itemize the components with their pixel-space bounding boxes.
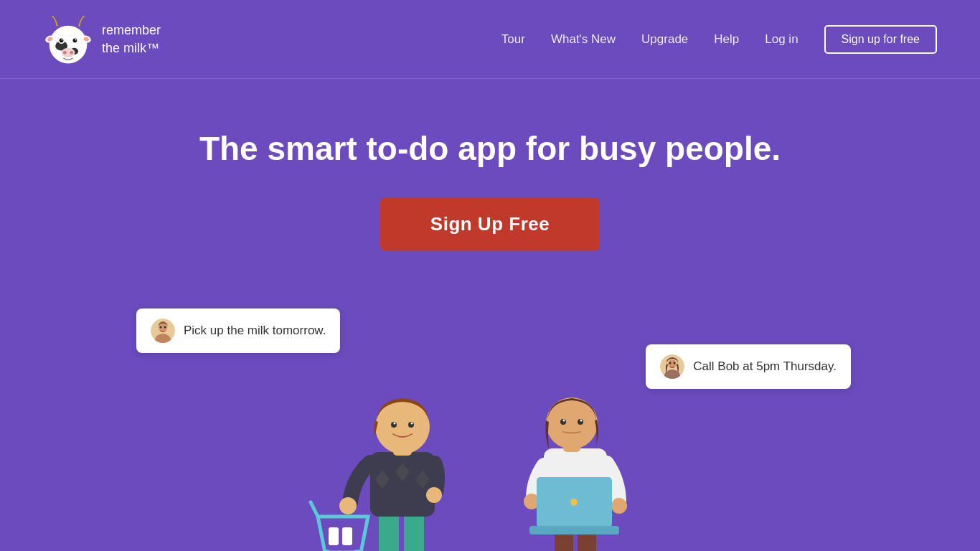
svg-point-55	[563, 420, 565, 422]
task-bubble-left: Pick up the milk tomorrow.	[136, 309, 340, 353]
characters-illustration	[239, 352, 741, 551]
nav-tour[interactable]: Tour	[501, 32, 525, 47]
logo[interactable]: remember the milk™	[43, 11, 161, 68]
svg-point-56	[580, 420, 583, 422]
svg-rect-42	[329, 527, 339, 545]
svg-point-41	[426, 487, 442, 503]
illustration-area: Pick up the milk tomorrow. Call Bob at 5…	[0, 309, 980, 551]
nav-upgrade[interactable]: Upgrade	[641, 32, 688, 47]
svg-point-17	[159, 324, 167, 332]
logo-text: remember the milk™	[102, 22, 161, 57]
hero-section: The smart to-do app for busy people. Sig…	[0, 79, 980, 551]
main-nav: Tour What's New Upgrade Help Log in Sign…	[501, 25, 937, 54]
svg-point-19	[160, 326, 162, 329]
nav-whats-new[interactable]: What's New	[551, 32, 616, 47]
svg-rect-43	[342, 527, 352, 545]
svg-point-38	[394, 423, 396, 425]
signup-free-button[interactable]: Sign Up Free	[380, 197, 600, 251]
nav-login[interactable]: Log in	[765, 32, 798, 47]
svg-point-12	[75, 39, 76, 40]
nav-help[interactable]: Help	[714, 32, 739, 47]
svg-rect-60	[529, 526, 619, 534]
svg-point-14	[63, 51, 67, 55]
svg-point-39	[411, 423, 413, 425]
svg-point-11	[62, 39, 63, 40]
svg-point-57	[611, 498, 627, 514]
svg-point-0	[50, 25, 88, 63]
svg-point-15	[70, 51, 73, 55]
svg-point-9	[60, 38, 64, 42]
header: remember the milk™ Tour What's New Upgra…	[0, 0, 980, 79]
male-avatar-icon	[151, 319, 175, 343]
svg-point-10	[73, 38, 77, 42]
svg-point-61	[570, 499, 578, 506]
svg-point-40	[339, 497, 357, 514]
hero-title: The smart to-do app for busy people.	[199, 129, 781, 169]
bubble-left-text: Pick up the milk tomorrow.	[184, 324, 326, 338]
logo-cow-icon	[43, 11, 93, 68]
nav-signup-button[interactable]: Sign up for free	[824, 25, 937, 54]
svg-point-20	[164, 326, 166, 329]
